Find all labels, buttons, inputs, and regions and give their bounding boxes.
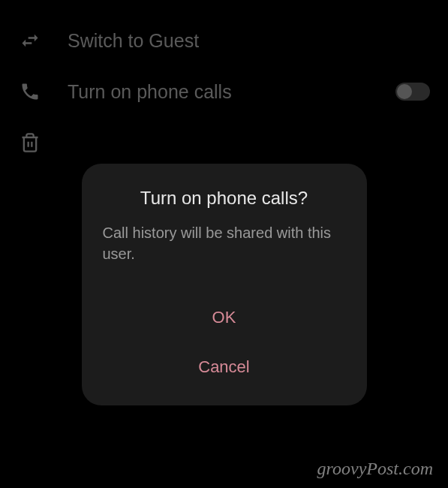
dialog-title: Turn on phone calls?	[103, 188, 346, 209]
ok-button[interactable]: OK	[103, 293, 346, 342]
watermark: groovyPost.com	[317, 459, 433, 479]
confirm-dialog: Turn on phone calls? Call history will b…	[82, 164, 367, 405]
dialog-message: Call history will be shared with this us…	[103, 222, 346, 264]
cancel-button[interactable]: Cancel	[103, 342, 346, 392]
dialog-overlay: Turn on phone calls? Call history will b…	[0, 0, 448, 488]
